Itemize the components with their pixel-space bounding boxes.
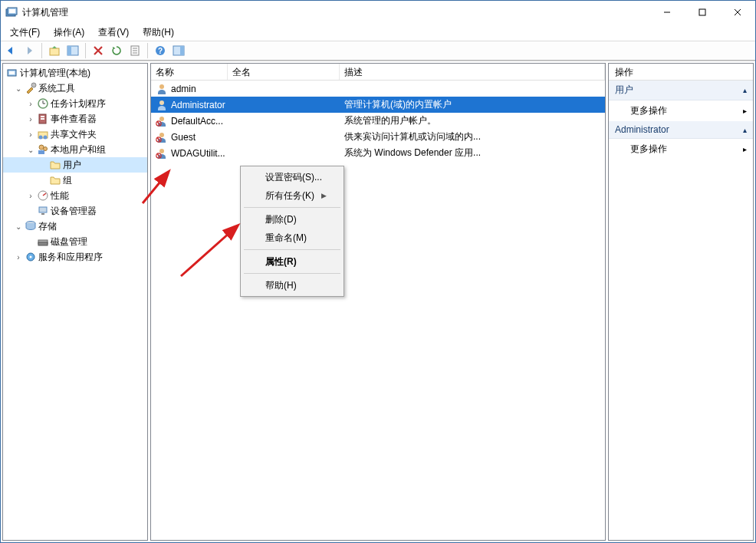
forward-button[interactable] <box>21 42 38 59</box>
show-hide-action-pane-button[interactable] <box>170 42 187 59</box>
tree-pane[interactable]: 计算机管理(本地) ⌄ 系统工具 › 任务计划程序 › 事件查看器 <box>2 63 148 541</box>
main-window: 计算机管理 文件(F) 操作(A) 查看(V) 帮助(H) ? <box>0 0 756 543</box>
close-button[interactable] <box>720 1 755 24</box>
ctx-all-tasks[interactable]: 所有任务(K)▶ <box>242 186 342 205</box>
export-list-button[interactable] <box>127 42 143 59</box>
svg-rect-35 <box>41 213 44 215</box>
actions-group-administrator[interactable]: Administrator ▴ <box>609 121 753 139</box>
tree-disk-management[interactable]: 磁盘管理 <box>3 234 147 249</box>
svg-rect-34 <box>39 207 47 212</box>
user-disabled-icon <box>156 115 168 127</box>
up-button[interactable] <box>46 42 63 59</box>
menu-view[interactable]: 查看(V) <box>92 25 135 41</box>
svg-point-20 <box>31 83 36 87</box>
col-description[interactable]: 描述 <box>340 64 605 80</box>
submenu-arrow-icon: ▶ <box>321 192 327 199</box>
tree-performance[interactable]: › 性能 <box>3 188 147 203</box>
list-row[interactable]: WDAGUtilit... 系统为 Windows Defender 应用... <box>151 145 605 161</box>
actions-pane: 操作 用户 ▴ 更多操作 ▸ Administrator ▴ 更多操作 ▸ <box>608 63 754 541</box>
tools-icon <box>25 82 37 94</box>
expand-icon[interactable]: › <box>26 115 35 123</box>
actions-more-users[interactable]: 更多操作 ▸ <box>609 100 753 121</box>
tree-system-tools[interactable]: ⌄ 系统工具 <box>3 81 147 96</box>
menu-action[interactable]: 操作(A) <box>48 25 90 41</box>
window-title: 计算机管理 <box>22 6 649 19</box>
svg-point-41 <box>159 84 164 89</box>
svg-point-42 <box>159 100 164 105</box>
expand-icon[interactable]: ⌄ <box>26 146 35 154</box>
menu-file[interactable]: 文件(F) <box>4 25 46 41</box>
toolbar-separator <box>147 43 148 58</box>
col-fullname[interactable]: 全名 <box>228 64 340 80</box>
svg-rect-38 <box>38 242 48 245</box>
help-button[interactable]: ? <box>152 42 169 59</box>
tree-task-scheduler[interactable]: › 任务计划程序 <box>3 96 147 111</box>
expand-icon[interactable]: › <box>14 253 23 262</box>
svg-rect-9 <box>67 46 71 55</box>
ctx-rename[interactable]: 重命名(M) <box>242 229 342 247</box>
tree-users[interactable]: 用户 <box>3 157 147 173</box>
list-header: 名称 全名 描述 <box>151 64 605 81</box>
svg-point-28 <box>39 136 43 140</box>
list-row[interactable]: DefaultAcc... 系统管理的用户帐户。 <box>151 113 605 129</box>
delete-button[interactable] <box>90 42 107 59</box>
svg-rect-32 <box>38 150 44 154</box>
refresh-button[interactable] <box>108 42 125 59</box>
menu-help[interactable]: 帮助(H) <box>136 25 180 41</box>
svg-rect-25 <box>41 116 44 117</box>
tree-services-apps[interactable]: › 服务和应用程序 <box>3 249 147 265</box>
menu-bar: 文件(F) 操作(A) 查看(V) 帮助(H) <box>1 24 755 41</box>
title-bar: 计算机管理 <box>1 1 755 24</box>
svg-point-43 <box>159 117 164 121</box>
maximize-button[interactable] <box>685 1 720 24</box>
submenu-icon: ▸ <box>743 145 747 153</box>
expand-icon[interactable]: › <box>26 130 35 139</box>
list-body[interactable]: admin Administrator 管理计算机(域)的内置帐户 Defaul… <box>151 81 605 540</box>
expand-icon[interactable]: ⌄ <box>14 84 23 93</box>
services-icon <box>25 251 37 263</box>
ctx-help[interactable]: 帮助(H) <box>242 276 342 295</box>
user-icon <box>156 83 168 95</box>
tree-root[interactable]: 计算机管理(本地) <box>3 65 147 81</box>
tree-groups[interactable]: 组 <box>3 173 147 188</box>
svg-rect-2 <box>9 9 15 13</box>
ctx-delete[interactable]: 删除(D) <box>242 210 342 229</box>
user-disabled-icon <box>156 131 168 143</box>
list-row-selected[interactable]: Administrator 管理计算机(域)的内置帐户 <box>151 97 605 113</box>
actions-header: 操作 <box>609 64 753 81</box>
toolbar-separator <box>41 43 42 58</box>
tree-device-manager[interactable]: 设备管理器 <box>3 203 147 219</box>
expand-icon[interactable]: › <box>26 192 35 200</box>
minimize-button[interactable] <box>649 1 685 24</box>
tree-local-users-groups[interactable]: ⌄ 本地用户和组 <box>3 142 147 157</box>
ctx-separator <box>244 273 340 274</box>
list-row[interactable]: Guest 供来宾访问计算机或访问域的内... <box>151 129 605 145</box>
col-name[interactable]: 名称 <box>151 64 228 80</box>
disk-icon <box>37 235 49 248</box>
ctx-separator <box>244 207 340 208</box>
tree-event-viewer[interactable]: › 事件查看器 <box>3 111 147 127</box>
context-menu: 设置密码(S)... 所有任务(K)▶ 删除(D) 重命名(M) 属性(R) 帮… <box>240 166 344 297</box>
expand-icon[interactable]: › <box>26 100 35 108</box>
actions-group-users[interactable]: 用户 ▴ <box>609 81 753 100</box>
svg-rect-19 <box>9 71 15 74</box>
ctx-set-password[interactable]: 设置密码(S)... <box>242 168 342 186</box>
svg-text:?: ? <box>158 47 163 55</box>
ctx-properties[interactable]: 属性(R) <box>242 252 342 271</box>
expand-icon[interactable]: ⌄ <box>14 222 23 231</box>
tree-storage[interactable]: ⌄ 存储 <box>3 219 147 234</box>
actions-more-admin[interactable]: 更多操作 ▸ <box>609 139 753 160</box>
show-hide-tree-button[interactable] <box>64 42 81 59</box>
clock-icon <box>37 97 49 110</box>
svg-rect-4 <box>699 9 705 15</box>
svg-rect-26 <box>41 118 44 120</box>
submenu-icon: ▸ <box>743 107 747 115</box>
nav-tree: 计算机管理(本地) ⌄ 系统工具 › 任务计划程序 › 事件查看器 <box>3 64 147 266</box>
list-row[interactable]: admin <box>151 81 605 97</box>
computer-mgmt-icon <box>6 67 18 79</box>
back-button[interactable] <box>2 42 19 59</box>
svg-point-47 <box>159 149 164 153</box>
tree-shared-folders[interactable]: › 共享文件夹 <box>3 127 147 142</box>
folder-icon <box>49 174 61 186</box>
folder-icon <box>49 159 61 171</box>
